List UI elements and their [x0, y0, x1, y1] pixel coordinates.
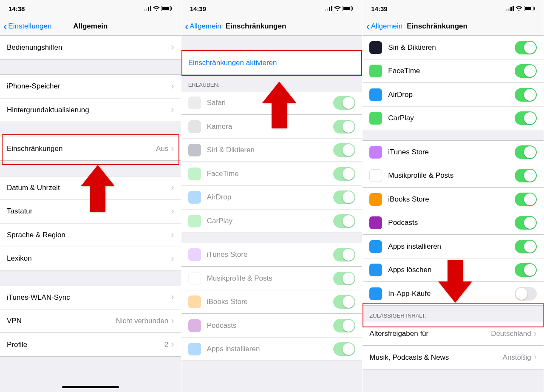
row-itunes-wlan-sync[interactable]: iTunes-WLAN-Sync [0, 286, 181, 310]
settings-list[interactable]: Einschränkungen aktivieren ERLAUBEN: Saf… [181, 36, 363, 392]
row-label: Musik, Podcasts & News [369, 353, 502, 362]
toggle-switch[interactable] [515, 287, 537, 301]
app-icon [369, 240, 382, 253]
svg-rect-11 [331, 6, 332, 11]
app-icon [369, 216, 382, 229]
home-indicator[interactable] [0, 386, 181, 392]
toggle-switch [333, 248, 355, 261]
toggle-switch[interactable] [515, 64, 537, 78]
row-label: Podcasts [207, 321, 334, 330]
app-icon [188, 97, 201, 109]
row-profiles[interactable]: Profile 2 [0, 333, 181, 357]
back-button[interactable]: Allgemein [185, 20, 221, 32]
row-facetime[interactable]: FaceTime [363, 59, 544, 83]
row-label: Kamera [207, 122, 334, 131]
row-airdrop[interactable]: AirDrop [181, 185, 363, 209]
row-carplay[interactable]: CarPlay [363, 106, 544, 130]
row-keyboard[interactable]: Tastatur [0, 199, 181, 223]
toggle-switch[interactable] [515, 216, 537, 230]
row-label: iPhone-Speicher [7, 82, 171, 91]
panel-restrictions-enabled: 14:39 Allgemein Einschränkungen Siri & D… [363, 0, 544, 392]
toggle-switch [333, 96, 355, 110]
row-carplay[interactable]: CarPlay [181, 209, 363, 233]
toggle-switch[interactable] [515, 240, 537, 253]
row-language-region[interactable]: Sprache & Region [0, 223, 181, 247]
toggle-switch[interactable] [515, 88, 537, 102]
row-label: iTunes-WLAN-Sync [7, 293, 171, 302]
row-label: iTunes Store [207, 250, 334, 259]
toggle-switch[interactable] [515, 169, 537, 182]
back-button[interactable]: Allgemein [366, 20, 402, 32]
status-icons [506, 6, 535, 11]
row-facetime[interactable]: FaceTime [181, 162, 363, 186]
row-label: Einschränkungen [7, 145, 156, 153]
svg-rect-13 [343, 7, 350, 10]
row-apps-l-schen[interactable]: Apps löschen [363, 258, 544, 282]
row-ibooks-store[interactable]: iBooks Store [181, 290, 363, 314]
nav-bar: Einstellungen Allgemein [0, 17, 181, 36]
row-musikprofile-posts[interactable]: Musikprofile & Posts [181, 267, 363, 290]
toggle-switch[interactable] [515, 41, 537, 54]
settings-list[interactable]: Siri & DiktierenFaceTimeAirDropCarPlay i… [363, 36, 544, 392]
row-background-refresh[interactable]: Hintergrundaktualisierung [0, 98, 181, 122]
settings-list[interactable]: Bedienungshilfen iPhone-Speicher Hinterg… [0, 36, 181, 392]
row-label: Safari [207, 99, 334, 107]
app-icon [188, 319, 201, 332]
row-ratings-region[interactable]: Altersfreigaben für Deutschland [363, 322, 544, 346]
wifi-icon [153, 6, 160, 11]
chevron-right-icon [171, 207, 174, 216]
app-icon [188, 168, 201, 180]
row-iphone-storage[interactable]: iPhone-Speicher [0, 74, 181, 98]
row-in-app-k-ufe[interactable]: In-App-Käufe [363, 282, 544, 306]
row-airdrop[interactable]: AirDrop [363, 83, 544, 107]
row-label: Bedienungshilfen [7, 43, 171, 52]
toggle-switch [333, 295, 355, 309]
row-label: AirDrop [207, 193, 334, 202]
row-label: Apps löschen [388, 266, 515, 274]
row-vpn[interactable]: VPN Nicht verbunden [0, 309, 181, 333]
row-restrictions[interactable]: Einschränkungen Aus [0, 137, 181, 161]
section-header-allow: ERLAUBEN: [181, 75, 363, 91]
app-icon [369, 41, 382, 54]
row-date-time[interactable]: Datum & Uhrzeit [0, 176, 181, 200]
row-safari[interactable]: Safari [181, 91, 363, 115]
toggle-switch [333, 214, 355, 228]
app-icon [188, 120, 201, 133]
toggle-switch[interactable] [515, 145, 537, 159]
row-dictionary[interactable]: Lexikon [0, 247, 181, 270]
toggle-switch[interactable] [515, 111, 537, 125]
row-value: Nicht verbunden [116, 317, 169, 325]
row-label: Einschränkungen aktivieren [188, 59, 356, 67]
row-musikprofile-posts[interactable]: Musikprofile & Posts [363, 164, 544, 187]
enable-restrictions-button[interactable]: Einschränkungen aktivieren [181, 51, 363, 75]
row-value: Anstößig [503, 353, 531, 362]
row-label: Altersfreigaben für [369, 330, 491, 338]
chevron-right-icon [171, 183, 174, 193]
back-button[interactable]: Einstellungen [3, 20, 51, 32]
row-music-podcasts-news[interactable]: Musik, Podcasts & News Anstößig [363, 346, 544, 369]
toggle-switch[interactable] [515, 263, 537, 277]
row-label: Lexikon [7, 254, 171, 263]
status-bar: 14:39 [181, 0, 363, 17]
battery-icon [343, 6, 354, 11]
row-itunes-store[interactable]: iTunes Store [181, 243, 363, 267]
back-label: Allgemein [371, 22, 403, 31]
row-siri-diktieren[interactable]: Siri & Diktieren [181, 138, 363, 162]
row-accessibility[interactable]: Bedienungshilfen [0, 36, 181, 60]
signal-icon [506, 6, 514, 11]
row-kamera[interactable]: Kamera [181, 115, 363, 139]
app-icon [188, 215, 201, 227]
row-apps-installieren[interactable]: Apps installieren [181, 337, 363, 361]
app-icon [369, 65, 382, 77]
row-ibooks-store[interactable]: iBooks Store [363, 187, 544, 211]
row-podcasts[interactable]: Podcasts [363, 211, 544, 235]
svg-rect-14 [352, 7, 353, 10]
svg-rect-5 [162, 7, 169, 10]
row-podcasts[interactable]: Podcasts [181, 314, 363, 338]
status-icons [325, 6, 354, 11]
panel-allgemein: 14:38 Einstellungen Allgemein Bedienungs… [0, 0, 181, 392]
row-siri-diktieren[interactable]: Siri & Diktieren [363, 36, 544, 60]
row-apps-installieren[interactable]: Apps installieren [363, 235, 544, 258]
toggle-switch[interactable] [515, 193, 537, 206]
row-itunes-store[interactable]: iTunes Store [363, 140, 544, 164]
